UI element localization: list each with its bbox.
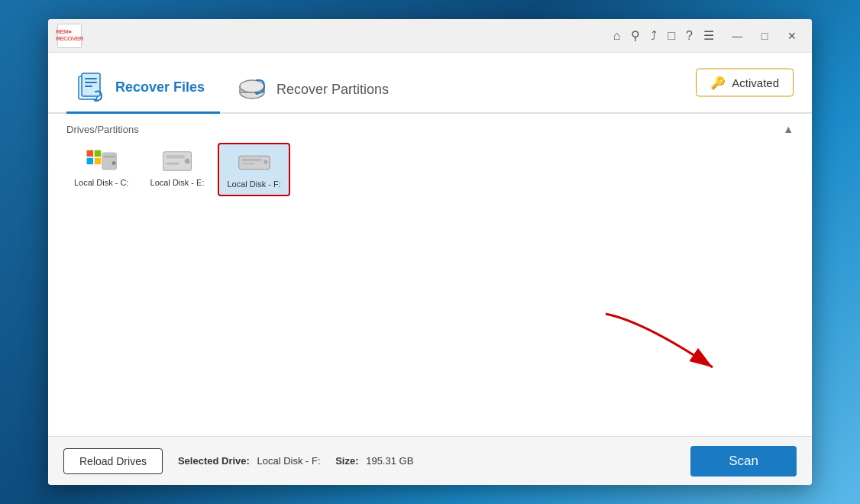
drives-title: Drives/Partitions	[66, 124, 139, 135]
selected-drive-value: Local Disk - F:	[257, 455, 321, 467]
activated-label: Activated	[732, 76, 779, 89]
recover-partitions-label: Recover Partitions	[276, 82, 389, 98]
svg-rect-11	[95, 158, 101, 164]
drive-f-icon	[238, 150, 271, 175]
drives-collapse-button[interactable]: ▲	[783, 123, 794, 135]
title-bar-controls: — □ ✕	[726, 25, 803, 47]
svg-point-22	[263, 160, 267, 163]
status-text: Selected Drive: Local Disk - F: Size: 19…	[178, 455, 675, 467]
svg-rect-16	[166, 155, 185, 158]
help-icon[interactable]: ?	[686, 29, 693, 43]
scan-arrow	[583, 299, 751, 383]
share-icon[interactable]: ⤴	[651, 29, 657, 43]
svg-rect-1	[82, 73, 100, 96]
drive-e-label: Local Disk - E:	[150, 178, 205, 187]
drive-item-e[interactable]: Local Disk - E:	[143, 143, 212, 196]
drive-c-icon	[85, 149, 118, 173]
menu-icon[interactable]: ☰	[703, 28, 714, 43]
tab-recover-partitions[interactable]: Recover Partitions	[228, 65, 404, 114]
svg-rect-9	[95, 150, 101, 157]
recover-files-label: Recover Files	[115, 79, 205, 95]
scan-button[interactable]: Scan	[690, 446, 797, 477]
svg-rect-8	[86, 150, 92, 157]
svg-point-7	[240, 80, 264, 92]
drives-list: Local Disk - C: Local Disk - E:	[66, 143, 794, 205]
svg-rect-13	[103, 155, 115, 157]
drive-e-icon	[160, 149, 194, 173]
drives-header: Drives/Partitions ▲	[66, 123, 794, 135]
logo-box: REM●RECOVER	[57, 24, 82, 48]
key-icon: 🔑	[710, 76, 726, 90]
close-button[interactable]: ✕	[781, 25, 803, 47]
svg-point-14	[112, 161, 115, 165]
svg-rect-2	[85, 78, 97, 79]
app-logo: REM●RECOVER	[57, 24, 613, 48]
recover-files-icon	[74, 70, 108, 104]
screenshot-icon[interactable]: □	[668, 29, 675, 43]
recover-partitions-icon	[235, 73, 269, 106]
drive-item-c[interactable]: Local Disk - C:	[66, 143, 137, 196]
home-icon[interactable]: ⌂	[613, 29, 621, 43]
bottom-bar: Reload Drives Selected Drive: Local Disk…	[48, 436, 812, 485]
maximize-button[interactable]: □	[754, 25, 775, 47]
content-area	[48, 205, 812, 436]
svg-rect-4	[85, 86, 92, 87]
svg-rect-21	[241, 163, 255, 165]
tab-bar: Recover Files Recover Partitions 🔑 Activ…	[48, 53, 812, 114]
size-value: 195.31 GB	[366, 455, 413, 467]
svg-rect-20	[241, 159, 261, 162]
activated-button: 🔑 Activated	[696, 69, 794, 97]
tab-recover-files[interactable]: Recover Files	[66, 63, 220, 114]
title-bar-icons: ⌂ ⚲ ⤴ □ ? ☰	[613, 28, 714, 43]
selected-drive-prefix: Selected Drive:	[178, 455, 250, 467]
drive-f-label: Local Disk - F:	[227, 179, 280, 189]
svg-rect-10	[86, 158, 92, 164]
app-window: REM●RECOVER ⌂ ⚲ ⤴ □ ? ☰ — □ ✕	[48, 19, 812, 485]
svg-rect-12	[102, 153, 117, 170]
drive-c-label: Local Disk - C:	[74, 178, 129, 187]
main-content: Drives/Partitions ▲	[48, 114, 812, 436]
drives-section: Drives/Partitions ▲	[48, 114, 812, 205]
search-icon[interactable]: ⚲	[631, 28, 640, 43]
title-bar: REM●RECOVER ⌂ ⚲ ⤴ □ ? ☰ — □ ✕	[48, 19, 812, 53]
size-prefix: Size:	[335, 455, 358, 467]
svg-point-17	[185, 158, 190, 163]
svg-rect-18	[166, 163, 179, 165]
minimize-button[interactable]: —	[726, 25, 748, 47]
reload-drives-button[interactable]: Reload Drives	[63, 448, 163, 474]
drive-item-f[interactable]: Local Disk - F:	[218, 143, 289, 196]
svg-rect-3	[85, 82, 97, 83]
